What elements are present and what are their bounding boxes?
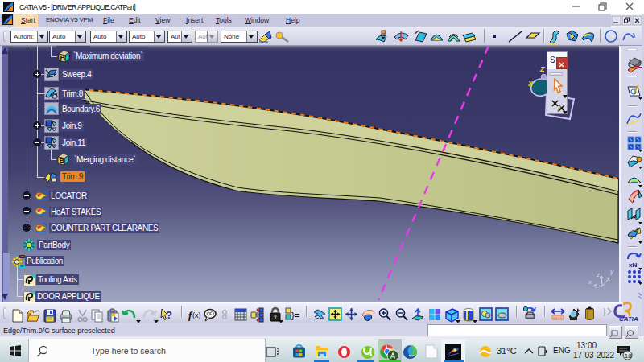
svg-text:Z: Z — [539, 65, 545, 73]
svg-text:CATIA: CATIA — [619, 315, 638, 323]
svg-text:}=: }= — [291, 311, 299, 320]
svg-text:(x): (x) — [192, 311, 201, 319]
svg-text:18: 18 — [625, 352, 632, 360]
svg-text:x: x — [588, 278, 592, 286]
svg-text:B: B — [60, 54, 66, 62]
svg-text:X: X — [527, 80, 534, 88]
svg-text:y: y — [609, 268, 614, 275]
svg-text:?: ? — [166, 309, 172, 321]
svg-text:B: B — [60, 157, 65, 165]
svg-text:z: z — [596, 271, 600, 278]
svg-text:xN: xN — [629, 261, 637, 269]
